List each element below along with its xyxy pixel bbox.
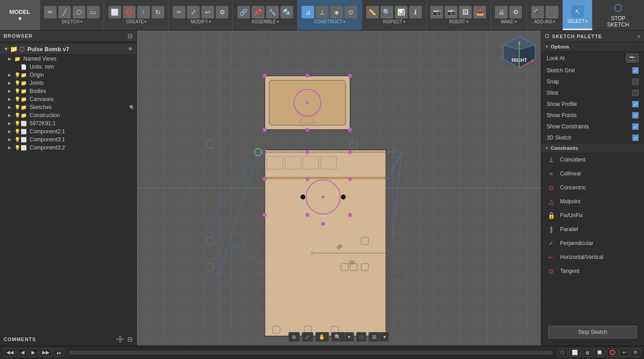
comp3-1-label: Component3:1 bbox=[30, 136, 135, 143]
comments-collapse-button[interactable]: ⊟ bbox=[127, 336, 133, 343]
sketch-icon-circle: ⬡ bbox=[73, 6, 85, 18]
comp3-1-eye-icon[interactable]: 💡 bbox=[14, 137, 21, 143]
model-dropdown-button[interactable]: MODEL ▾ bbox=[0, 0, 40, 30]
toolbar-group-select[interactable]: ↖ SELECT ▾ bbox=[563, 0, 592, 30]
sketches-eye-icon[interactable]: 💡 bbox=[14, 105, 21, 110]
fit-button[interactable]: ⤢ bbox=[302, 332, 313, 342]
coincident-icon: ⊥ bbox=[547, 155, 556, 164]
constraint-collinear[interactable]: ≈ Collinear bbox=[541, 167, 644, 181]
browser-collapse-button[interactable]: ⊟ bbox=[127, 32, 133, 39]
look-at-button[interactable]: 📷 bbox=[626, 54, 639, 62]
comp3-1-toggle[interactable]: ▶ bbox=[8, 137, 14, 142]
status-tool-2[interactable]: ⬜ bbox=[569, 348, 581, 357]
joints-eye-icon[interactable]: 💡 bbox=[14, 80, 21, 86]
toolbar-group-inspect[interactable]: 📏 🔍 📊 ℹ INSPECT ▾ bbox=[362, 0, 427, 30]
pan-button[interactable]: ✋ bbox=[315, 332, 329, 342]
sketches-toggle[interactable]: ▶ bbox=[8, 105, 14, 109]
status-tool-7[interactable]: ⚙ bbox=[631, 348, 640, 357]
sidebar-item-component2-1[interactable]: ▶ 💡 ⬜ Component2:1 bbox=[0, 127, 136, 136]
constraint-midpoint[interactable]: △ Midpoint bbox=[541, 195, 644, 209]
constraint-fix-unfix[interactable]: 🔒 Fix/UnFix bbox=[541, 209, 644, 223]
timeline-bar[interactable] bbox=[70, 351, 552, 355]
3d-sketch-checkbox[interactable]: ✓ bbox=[632, 135, 639, 141]
orbit-home-button[interactable]: ⊕ bbox=[288, 332, 300, 342]
origin-eye-icon[interactable]: 💡 bbox=[14, 72, 21, 78]
construction-toggle[interactable]: ▶ bbox=[8, 113, 14, 118]
svg-line-7 bbox=[393, 152, 402, 237]
status-end-button[interactable]: ⏭ bbox=[54, 349, 64, 357]
comp2-1-eye-icon[interactable]: 💡 bbox=[14, 129, 21, 135]
stop-sketch-panel-button[interactable]: Stop Sketch bbox=[548, 326, 637, 338]
comp3-2-toggle[interactable]: ▶ bbox=[8, 145, 14, 150]
construction-eye-icon[interactable]: 💡 bbox=[14, 113, 21, 118]
status-tool-3[interactable]: 🖥 bbox=[582, 348, 592, 357]
toolbar-group-construct[interactable]: ⊿ ⊥ ◈ ⊙ CONSTRUCT ▾ bbox=[298, 0, 362, 30]
comp3-2-eye-icon[interactable]: 💡 bbox=[14, 145, 21, 151]
bodies-toggle[interactable]: ▶ bbox=[8, 89, 14, 93]
grid-button[interactable]: ⊞ bbox=[369, 333, 380, 341]
status-play-button[interactable]: ▶ bbox=[29, 348, 38, 357]
toolbar-group-addins[interactable]: 🔌 ➕ ADD-INS ▾ bbox=[527, 0, 563, 30]
sidebar-item-named-views[interactable]: ▶ 📁 Named Views bbox=[0, 55, 136, 63]
root-visibility-icon[interactable]: 👁 bbox=[128, 46, 133, 52]
display-mode-button[interactable]: □ bbox=[356, 332, 366, 342]
joints-toggle[interactable]: ▶ bbox=[8, 81, 14, 85]
sidebar-item-origin[interactable]: ▶ 💡 📁 Origin bbox=[0, 71, 136, 79]
status-next-button[interactable]: ▶▶ bbox=[39, 348, 52, 357]
browser-root-item[interactable]: ▼ 📁 ⬡ Pulse Bomb v7 👁 bbox=[0, 44, 136, 55]
constraints-section-header[interactable]: ▼ Constraints bbox=[541, 144, 644, 153]
sidebar-item-component3-2[interactable]: ▶ 💡 ⬜ Component3:2 bbox=[0, 144, 136, 152]
slice-checkbox[interactable] bbox=[632, 90, 639, 96]
5972-toggle[interactable]: ▶ bbox=[8, 121, 14, 126]
sidebar-item-joints[interactable]: ▶ 💡 📁 Joints bbox=[0, 79, 136, 87]
comp2-1-toggle[interactable]: ▶ bbox=[8, 129, 14, 134]
canvas-area[interactable]: 30.00 98 .00 bbox=[137, 31, 541, 346]
sidebar-item-construction[interactable]: ▶ 💡 📁 Construction bbox=[0, 111, 136, 119]
constraint-perpendicular[interactable]: ✓ Perpendicular bbox=[541, 236, 644, 250]
root-toggle-icon[interactable]: ▼ bbox=[4, 46, 10, 52]
status-tool-5[interactable]: ⭕ bbox=[607, 348, 618, 357]
status-tool-1[interactable]: ⬡ bbox=[558, 348, 568, 357]
options-section-header[interactable]: ▼ Options bbox=[541, 42, 644, 52]
toolbar-group-insert[interactable]: 📷 📸 🖼 📥 INSERT ▾ bbox=[426, 0, 491, 30]
constraint-horiz-vert[interactable]: ⊢ Horizontal/Vertical bbox=[541, 250, 644, 264]
constraint-concentric[interactable]: ⊙ Concentric bbox=[541, 181, 644, 195]
sidebar-item-bodies[interactable]: ▶ 💡 📁 Bodies bbox=[0, 87, 136, 95]
show-profile-checkbox[interactable]: ✓ bbox=[632, 101, 639, 107]
stop-sketch-toolbar-button[interactable]: ⬡ STOP SKETCH bbox=[592, 0, 644, 30]
show-points-checkbox[interactable]: ✓ bbox=[632, 112, 639, 118]
constraint-tangent[interactable]: ⊙ Tangent bbox=[541, 264, 644, 278]
modify-icon-1: ✂ bbox=[173, 6, 185, 18]
zoom-button[interactable]: 🔍 bbox=[331, 333, 344, 341]
sidebar-item-component3-1[interactable]: ▶ 💡 ⬜ Component3:1 bbox=[0, 136, 136, 144]
canvases-toggle[interactable]: ▶ bbox=[8, 97, 14, 101]
status-tool-4[interactable]: 🔲 bbox=[594, 348, 605, 357]
toolbar-group-assemble[interactable]: 🔗 📌 🔧 🔩 ASSEMBLE ▾ bbox=[233, 0, 298, 30]
bodies-eye-icon[interactable]: 💡 bbox=[14, 88, 21, 94]
constraint-parallel[interactable]: ∥ Parallel bbox=[541, 223, 644, 236]
sidebar-item-sketches[interactable]: ▶ 💡 📁 Sketches 🔍 bbox=[0, 103, 136, 111]
zoom-dropdown-button[interactable]: ▾ bbox=[344, 333, 354, 341]
sketch-grid-checkbox[interactable]: ✓ bbox=[632, 67, 639, 74]
sidebar-item-canvases[interactable]: ▶ 💡 📁 Canvases bbox=[0, 95, 136, 103]
status-prev-button[interactable]: ◀ bbox=[18, 348, 27, 357]
sidebar-item-5972k91[interactable]: ▶ 💡 ⬜ 5972K91:1 bbox=[0, 119, 136, 127]
show-constraints-checkbox[interactable]: ✓ bbox=[632, 123, 639, 130]
grid-dropdown-button[interactable]: ▾ bbox=[380, 333, 389, 341]
comments-add-button[interactable]: ➕ bbox=[116, 336, 124, 343]
toolbar-group-make[interactable]: 🖨 ⚙ MAKE ▾ bbox=[491, 0, 527, 30]
status-tool-6[interactable]: ↩ bbox=[620, 348, 629, 357]
sidebar-item-units[interactable]: 📄 Units: mm bbox=[0, 63, 136, 71]
origin-toggle[interactable]: ▶ bbox=[8, 73, 14, 77]
named-views-toggle[interactable]: ▶ bbox=[8, 57, 14, 61]
nav-cube[interactable]: RIGHT bbox=[501, 34, 537, 70]
toolbar-group-create[interactable]: ⬜ ⭕ ↑ ↻ CREATE ▾ bbox=[104, 0, 169, 30]
constraint-coincident[interactable]: ⊥ Coincident bbox=[541, 153, 644, 167]
5972-eye-icon[interactable]: 💡 bbox=[14, 121, 21, 127]
canvases-eye-icon[interactable]: 💡 bbox=[14, 96, 21, 102]
toolbar-group-sketch[interactable]: ✏ ╱ ⬡ ▭ SKETCH ▾ bbox=[40, 0, 105, 30]
snap-checkbox[interactable] bbox=[632, 79, 639, 85]
toolbar-group-modify[interactable]: ✂ ⤢ ↩ ⚙ MODIFY ▾ bbox=[169, 0, 233, 30]
palette-collapse-button[interactable]: » bbox=[637, 33, 640, 39]
status-rewind-button[interactable]: ◀◀ bbox=[4, 348, 16, 357]
